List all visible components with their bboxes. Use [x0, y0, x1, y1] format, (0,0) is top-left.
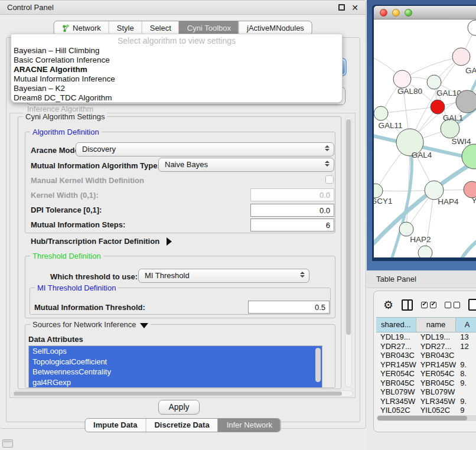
- algorithm-option[interactable]: Bayesian – K2: [11, 84, 342, 93]
- table-cell: YER054C: [376, 369, 416, 379]
- list-scrollbar-thumb[interactable]: [315, 348, 321, 382]
- attribute-item[interactable]: gal4RGexp: [29, 377, 322, 388]
- mi-threshold-field[interactable]: [248, 301, 330, 314]
- attribute-item[interactable]: BetweennessCentrality: [29, 367, 322, 377]
- network-node[interactable]: [468, 20, 476, 35]
- columns-icon[interactable]: [402, 299, 413, 311]
- float-window-icon[interactable]: [338, 4, 345, 11]
- network-canvas[interactable]: GALGAL80GAL10GAL11GAL1GAL4SWI4GCY1HAP4YH…: [374, 19, 476, 257]
- network-node-GAL11[interactable]: [374, 106, 388, 120]
- attribute-item[interactable]: SelfLoops: [29, 346, 322, 357]
- network-node-GAL[interactable]: [452, 48, 470, 66]
- table-row[interactable]: YBL079WYBL079W: [376, 387, 476, 397]
- tab-network[interactable]: Network: [54, 21, 109, 35]
- algorithm-option[interactable]: ARACNE Algorithm: [11, 65, 342, 74]
- node-label: GAL1: [443, 113, 464, 122]
- select-all-columns-button[interactable]: [421, 302, 436, 308]
- table-cell: YDR27...: [376, 342, 416, 351]
- network-node-SWI4[interactable]: [462, 144, 476, 169]
- mi-algorithm-type-combobox[interactable]: Naive Bayes: [158, 158, 334, 172]
- dpi-tolerance-field[interactable]: [250, 204, 334, 217]
- algorithm-option[interactable]: Basic Correlation Inference: [11, 56, 342, 65]
- group-title: Threshold Definition: [30, 252, 103, 260]
- scrollbar-thumb[interactable]: [346, 119, 351, 335]
- table-cell: YBR045C: [376, 379, 416, 388]
- data-attributes-list[interactable]: SelfLoopsTopologicalCoefficientBetweenne…: [28, 345, 322, 388]
- attribute-item[interactable]: TopologicalCoefficient: [29, 357, 322, 367]
- table-cell: YLR345W: [376, 397, 416, 406]
- network-graph: GALGAL80GAL10GAL11GAL1GAL4SWI4GCY1HAP4YH…: [374, 19, 476, 257]
- network-node-GAL80[interactable]: [393, 70, 411, 88]
- mi-steps-field[interactable]: [250, 219, 334, 231]
- tab-discretize-data[interactable]: Discretize Data: [145, 419, 217, 432]
- table-row[interactable]: YLR345WYLR345W9.: [376, 397, 476, 406]
- node-label: Y: [471, 196, 476, 205]
- deselect-all-columns-button[interactable]: [445, 302, 460, 308]
- close-icon[interactable]: ✕: [351, 4, 358, 12]
- settings-vertical-scrollbar[interactable]: [345, 117, 352, 387]
- column-header-partial[interactable]: A: [456, 318, 476, 332]
- table-row[interactable]: YPR145WYPR145W9.: [376, 360, 476, 370]
- table-cell: YBR043C: [416, 351, 457, 360]
- manual-kernel-label: Manual Kernel Width Definition: [31, 176, 144, 185]
- table-cell: 9.: [456, 379, 476, 388]
- network-node-HAP2[interactable]: [399, 222, 413, 236]
- aracne-mode-combobox[interactable]: Discovery: [76, 142, 334, 156]
- algorithm-option[interactable]: Dream8 DC_TDC Algorithm: [11, 93, 342, 103]
- network-node-GCY1[interactable]: [374, 184, 383, 198]
- network-window-titlebar[interactable]: [374, 6, 476, 19]
- combobox-arrows-icon: [300, 272, 305, 278]
- mi-steps-label: Mutual Information Steps:: [31, 220, 125, 229]
- table-horizontal-scrollbar[interactable]: [377, 415, 476, 421]
- scrollbar-thumb[interactable]: [14, 392, 342, 396]
- collapse-arrow-icon[interactable]: [140, 323, 148, 328]
- network-node[interactable]: [418, 246, 432, 257]
- network-node[interactable]: [456, 90, 476, 113]
- sources-title: Sources for Network Inference: [32, 320, 136, 329]
- tab-impute-data[interactable]: Impute Data: [85, 419, 145, 432]
- zoom-traffic-light[interactable]: [405, 9, 412, 17]
- table-cell: YDL19...: [376, 332, 416, 342]
- scrollbar-thumb[interactable]: [377, 416, 467, 420]
- panel-title: Control Panel: [7, 3, 54, 12]
- unchecked-checkbox-icon: [445, 302, 451, 308]
- table-cell: YPR145W: [376, 360, 416, 370]
- table-row[interactable]: YER054CYER054C8.: [376, 369, 476, 379]
- dpi-tolerance-label: DPI Tolerance [0,1]:: [31, 206, 102, 214]
- tab-jactivemnodules[interactable]: jActiveMNodules: [239, 21, 312, 35]
- checked-checkbox-icon: [430, 302, 436, 308]
- document-icon[interactable]: [468, 299, 476, 311]
- gear-icon[interactable]: ⚙: [383, 299, 393, 311]
- apply-button[interactable]: Apply: [158, 400, 200, 415]
- close-traffic-light[interactable]: [380, 9, 387, 17]
- which-threshold-combobox[interactable]: MI Threshold: [138, 269, 309, 283]
- settings-horizontal-scrollbar[interactable]: [12, 390, 353, 397]
- hub-definition-expander[interactable]: Hub/Transcription Factor Definition: [31, 237, 172, 246]
- column-header-name[interactable]: name: [416, 318, 457, 332]
- table-row[interactable]: YIL052CYIL052C9: [376, 406, 476, 414]
- table-row[interactable]: YDL19...YDL19...13: [376, 332, 476, 342]
- minimize-traffic-light[interactable]: [392, 9, 400, 17]
- network-node-Y[interactable]: [464, 181, 476, 198]
- data-attributes-heading: Data Attributes: [28, 335, 83, 344]
- table-cell: YBR045C: [416, 379, 457, 388]
- table-row[interactable]: YBR043CYBR043C: [376, 351, 476, 360]
- minimized-panel-icon[interactable]: [2, 439, 13, 448]
- column-header-shared[interactable]: shared...: [376, 318, 416, 332]
- tab-cyni-toolbox[interactable]: Cyni Toolbox: [179, 21, 239, 35]
- table-row[interactable]: YDR27...YDR27...12: [376, 342, 476, 351]
- table-cell: YDL19...: [416, 332, 457, 342]
- table-cell: YBL079W: [376, 387, 416, 397]
- algorithm-option[interactable]: Mutual Information Inference: [11, 74, 342, 84]
- kernel-width-field[interactable]: [250, 188, 334, 201]
- network-node-GAL10[interactable]: [427, 75, 441, 89]
- network-node[interactable]: [431, 100, 445, 114]
- node-label: GAL11: [378, 121, 402, 130]
- table-cell: 9.: [456, 397, 476, 406]
- tab-infer-network[interactable]: Infer Network: [218, 419, 281, 432]
- algorithm-option[interactable]: Bayesian – Hill Climbing: [11, 46, 342, 56]
- tab-style[interactable]: Style: [109, 21, 142, 35]
- tab-select[interactable]: Select: [142, 21, 179, 35]
- table-row[interactable]: YBR045CYBR045C9.: [376, 379, 476, 388]
- manual-kernel-checkbox[interactable]: [325, 175, 334, 184]
